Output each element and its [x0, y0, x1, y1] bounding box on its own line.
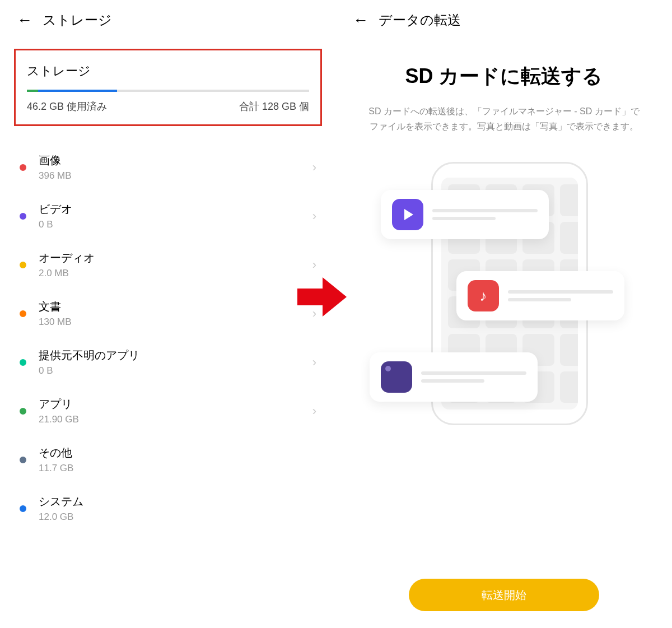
category-video[interactable]: ビデオ 0 B ›	[20, 192, 316, 240]
progress-segment	[27, 90, 38, 92]
category-size: 21.90 GB	[39, 414, 312, 425]
category-text: アプリ 21.90 GB	[39, 397, 312, 425]
category-apps[interactable]: アプリ 21.90 GB ›	[20, 387, 316, 435]
chevron-right-icon: ›	[312, 258, 316, 272]
file-card-app	[370, 352, 538, 402]
category-name: アプリ	[39, 397, 312, 412]
chevron-right-icon: ›	[312, 160, 316, 175]
category-images[interactable]: 画像 396 MB ›	[20, 143, 316, 192]
category-list: 画像 396 MB › ビデオ 0 B › オーディオ 2.0 MB › 文書	[14, 143, 322, 533]
category-unknown-apps[interactable]: 提供元不明のアプリ 0 B ›	[20, 338, 316, 387]
category-text: オーディオ 2.0 MB	[39, 250, 312, 279]
storage-summary-card: ストレージ 46.2 GB 使用済み 合計 128 GB 個	[14, 49, 322, 126]
header-right: ← データの転送	[350, 11, 658, 29]
category-size: 12.0 GB	[39, 511, 316, 523]
play-icon	[392, 199, 423, 230]
storage-screen: ← ストレージ ストレージ 46.2 GB 使用済み 合計 128 GB 個 画…	[0, 0, 336, 628]
file-lines	[421, 371, 526, 383]
header-left: ← ストレージ	[14, 11, 322, 29]
progress-segment	[38, 90, 117, 92]
file-lines	[432, 209, 538, 220]
dot-icon	[20, 359, 26, 366]
dot-icon	[20, 408, 26, 415]
chevron-right-icon: ›	[312, 404, 316, 418]
category-size: 11.7 GB	[39, 463, 316, 474]
arrow-right-icon	[297, 275, 348, 322]
app-icon	[381, 361, 412, 393]
file-lines	[508, 290, 613, 301]
page-title-right: データの転送	[379, 11, 461, 29]
category-text: 画像 396 MB	[39, 153, 312, 182]
back-icon[interactable]: ←	[353, 11, 368, 29]
back-icon[interactable]: ←	[17, 11, 32, 29]
file-card-music: ♪	[456, 271, 624, 320]
dot-icon	[20, 164, 26, 171]
category-name: 文書	[39, 299, 312, 314]
category-size: 2.0 MB	[39, 268, 312, 279]
grid-cell	[560, 222, 578, 254]
page-title-left: ストレージ	[43, 11, 112, 29]
category-text: 文書 130 MB	[39, 299, 312, 328]
dot-icon	[20, 310, 26, 317]
category-size: 0 B	[39, 219, 312, 230]
storage-card-title: ストレージ	[27, 63, 309, 80]
category-size: 130 MB	[39, 317, 312, 328]
transfer-description: SD カードへの転送後は、「ファイルマネージャー - SD カード」でファイルを…	[350, 104, 658, 134]
file-card-video	[381, 190, 549, 239]
dot-icon	[20, 505, 26, 512]
category-name: その他	[39, 445, 316, 460]
dot-icon	[20, 213, 26, 220]
category-name: オーディオ	[39, 250, 312, 266]
category-other[interactable]: その他 11.7 GB	[20, 435, 316, 484]
dot-icon	[20, 262, 26, 268]
category-documents[interactable]: 文書 130 MB ›	[20, 289, 316, 338]
grid-cell	[560, 371, 578, 403]
category-text: その他 11.7 GB	[39, 445, 316, 474]
grid-cell	[560, 334, 578, 366]
chevron-right-icon: ›	[312, 209, 316, 224]
category-text: 提供元不明のアプリ 0 B	[39, 348, 312, 376]
category-size: 0 B	[39, 365, 312, 376]
category-text: ビデオ 0 B	[39, 202, 312, 230]
dot-icon	[20, 457, 26, 463]
category-size: 396 MB	[39, 170, 312, 182]
storage-info-row: 46.2 GB 使用済み 合計 128 GB 個	[27, 100, 309, 113]
category-text: システム 12.0 GB	[39, 494, 316, 523]
grid-cell	[560, 184, 578, 216]
transfer-title: SD カードに転送する	[350, 63, 658, 90]
storage-total-label: 合計 128 GB 個	[239, 100, 309, 113]
category-system[interactable]: システム 12.0 GB	[20, 484, 316, 533]
storage-used-label: 46.2 GB 使用済み	[27, 100, 107, 113]
start-transfer-button[interactable]: 転送開始	[409, 579, 599, 611]
chevron-right-icon: ›	[312, 355, 316, 370]
transfer-illustration: ♪	[403, 162, 605, 425]
storage-progress-bar	[27, 90, 309, 92]
transfer-screen: ← データの転送 SD カードに転送する SD カードへの転送後は、「ファイルマ…	[336, 0, 672, 628]
category-name: ビデオ	[39, 202, 312, 217]
category-name: システム	[39, 494, 316, 509]
category-name: 画像	[39, 153, 312, 168]
music-note-icon: ♪	[468, 280, 499, 311]
category-audio[interactable]: オーディオ 2.0 MB ›	[20, 240, 316, 289]
category-name: 提供元不明のアプリ	[39, 348, 312, 363]
